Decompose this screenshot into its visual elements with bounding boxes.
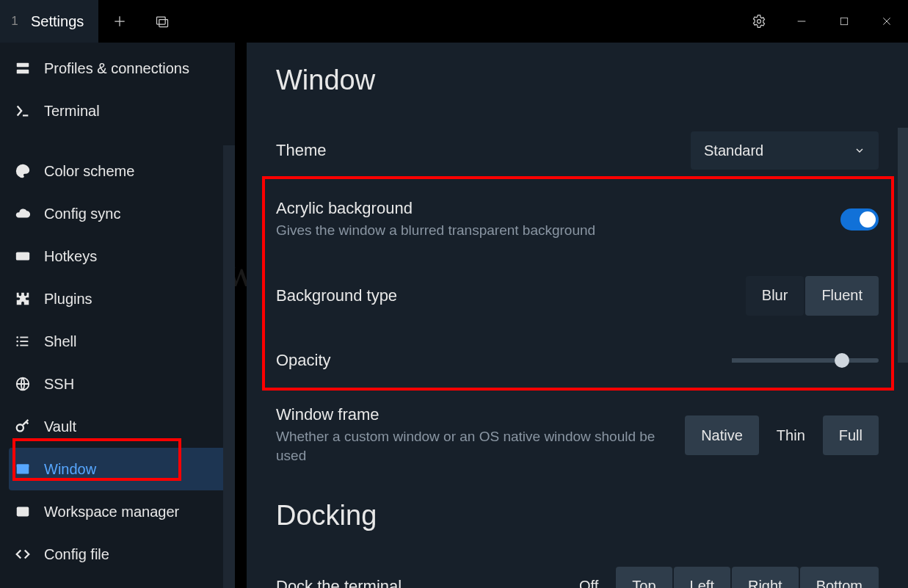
sidebar-item-label: Plugins — [44, 291, 92, 308]
bgtype-option-blur[interactable]: Blur — [746, 276, 805, 316]
svg-rect-16 — [20, 337, 28, 338]
sidebar-item-label: Shell — [44, 333, 76, 350]
setting-label: Acrylic background — [276, 199, 595, 218]
sidebar-item-label: Window — [44, 461, 96, 478]
sidebar-item-label: Config sync — [44, 206, 121, 222]
background-type-group: Blur Fluent — [744, 276, 879, 316]
panels-icon — [155, 14, 170, 29]
sidebar-item-color-scheme[interactable]: Color scheme — [0, 150, 235, 192]
window-frame-group: Native Thin Full — [683, 415, 879, 455]
dock-option-left[interactable]: Left — [674, 567, 730, 588]
cloud-icon — [13, 206, 32, 222]
terminal-icon — [13, 103, 32, 119]
palette-icon — [13, 163, 32, 179]
frame-option-native[interactable]: Native — [685, 415, 759, 455]
sidebar-item-hotkeys[interactable]: Hotkeys — [0, 235, 235, 277]
panels-button[interactable] — [141, 0, 184, 43]
content-scrollbar[interactable] — [898, 128, 908, 363]
globe-icon — [13, 376, 32, 392]
sidebar-item-vault[interactable]: Vault — [0, 405, 235, 448]
svg-rect-10 — [18, 254, 20, 255]
select-value: Standard — [704, 142, 763, 159]
list-icon — [13, 333, 32, 349]
sidebar-item-window[interactable]: Window — [9, 448, 226, 490]
close-icon — [881, 15, 893, 27]
sidebar-item-label: SSH — [44, 376, 74, 393]
theme-select[interactable]: Standard — [691, 131, 879, 170]
dock-option-top[interactable]: Top — [616, 567, 672, 588]
sidebar-scrollbar[interactable] — [223, 145, 235, 588]
sidebar-item-label: Config file — [44, 546, 109, 563]
setting-row-dock: Dock the terminal Off Top Left Right Bot… — [276, 552, 879, 588]
settings-gear-button[interactable] — [738, 0, 780, 43]
plus-icon — [112, 14, 127, 29]
window-maximize-button[interactable] — [823, 0, 865, 43]
dock-group: Off Top Left Right Bottom — [562, 567, 879, 588]
section-heading-window: Window — [276, 65, 879, 96]
svg-rect-3 — [840, 18, 847, 24]
frame-option-full[interactable]: Full — [823, 415, 879, 455]
setting-row-acrylic: Acrylic background Gives the window a bl… — [276, 184, 879, 255]
window-close-button[interactable] — [865, 0, 908, 43]
key-icon — [13, 418, 32, 435]
keyboard-icon — [13, 248, 32, 264]
setting-description: Whether a custom window or an OS native … — [276, 427, 683, 466]
setting-description: Gives the window a blurred transparent b… — [276, 221, 595, 241]
chevron-down-icon — [854, 145, 865, 156]
dock-option-bottom[interactable]: Bottom — [800, 567, 879, 588]
sidebar-item-workspace-manager[interactable]: Workspace manager — [0, 490, 235, 533]
tab-settings[interactable]: 1 Settings — [0, 0, 98, 43]
svg-rect-5 — [17, 70, 29, 74]
svg-rect-20 — [20, 345, 28, 346]
svg-point-2 — [758, 20, 761, 23]
window-icon — [13, 461, 32, 477]
settings-sidebar: Profiles & connections Terminal Color sc… — [0, 43, 235, 588]
slider-knob[interactable] — [835, 353, 849, 368]
svg-rect-27 — [19, 512, 27, 514]
workspace-icon — [13, 504, 32, 520]
setting-row-theme: Theme Standard — [276, 117, 879, 184]
sidebar-item-terminal[interactable]: Terminal — [0, 90, 235, 132]
sidebar-item-plugins[interactable]: Plugins — [0, 277, 235, 320]
maximize-icon — [839, 16, 849, 26]
setting-row-background-type: Background type Blur Fluent — [276, 255, 879, 336]
sidebar-item-ssh[interactable]: SSH — [0, 363, 235, 405]
bgtype-option-fluent[interactable]: Fluent — [805, 276, 879, 316]
svg-point-8 — [24, 167, 26, 169]
sidebar-item-profiles[interactable]: Profiles & connections — [0, 47, 235, 90]
dock-option-off[interactable]: Off — [563, 567, 614, 588]
setting-row-opacity: Opacity — [276, 336, 879, 385]
svg-point-15 — [16, 336, 18, 338]
tab-title: Settings — [31, 13, 84, 30]
svg-point-19 — [16, 344, 18, 346]
sidebar-item-label: Profiles & connections — [44, 60, 189, 77]
sidebar-item-label: Vault — [44, 418, 76, 435]
sidebar-item-label: Workspace manager — [44, 504, 179, 520]
window-minimize-button[interactable] — [780, 0, 823, 43]
setting-row-window-frame: Window frame Whether a custom window or … — [276, 385, 879, 481]
code-icon — [13, 546, 32, 562]
opacity-slider[interactable] — [732, 358, 879, 363]
new-tab-button[interactable] — [98, 0, 141, 43]
svg-point-22 — [17, 424, 23, 431]
gear-icon — [752, 14, 766, 29]
svg-rect-25 — [17, 507, 29, 517]
sidebar-item-config-sync[interactable]: Config sync — [0, 192, 235, 235]
dock-option-right[interactable]: Right — [732, 567, 799, 588]
setting-label: Background type — [276, 286, 397, 305]
svg-rect-12 — [23, 254, 25, 255]
svg-rect-18 — [20, 341, 28, 342]
puzzle-icon — [13, 291, 32, 307]
svg-rect-11 — [21, 254, 22, 255]
titlebar: 1 Settings — [0, 0, 908, 43]
setting-label: Opacity — [276, 351, 331, 370]
sidebar-item-label: Hotkeys — [44, 248, 97, 265]
acrylic-toggle[interactable] — [840, 208, 879, 231]
frame-option-thin[interactable]: Thin — [760, 415, 821, 455]
sidebar-item-config-file[interactable]: Config file — [0, 533, 235, 576]
section-heading-docking: Docking — [276, 500, 879, 531]
sidebar-item-shell[interactable]: Shell — [0, 320, 235, 363]
svg-point-17 — [16, 341, 18, 343]
svg-rect-26 — [19, 509, 27, 511]
profiles-icon — [13, 60, 32, 76]
